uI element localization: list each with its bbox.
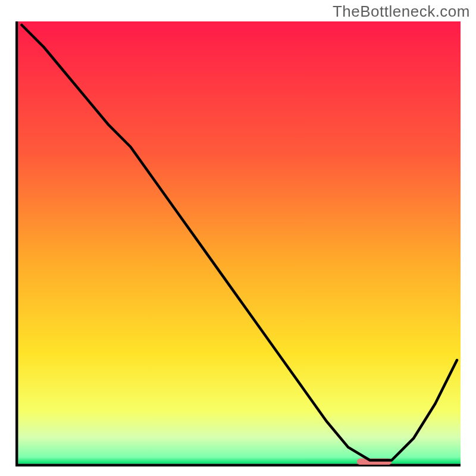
gradient-field	[18, 21, 461, 464]
bottleneck-chart	[15, 21, 461, 466]
chart-stage: TheBottleneck.com	[0, 0, 476, 476]
plot-area	[15, 21, 461, 466]
branding-label: TheBottleneck.com	[333, 2, 470, 21]
